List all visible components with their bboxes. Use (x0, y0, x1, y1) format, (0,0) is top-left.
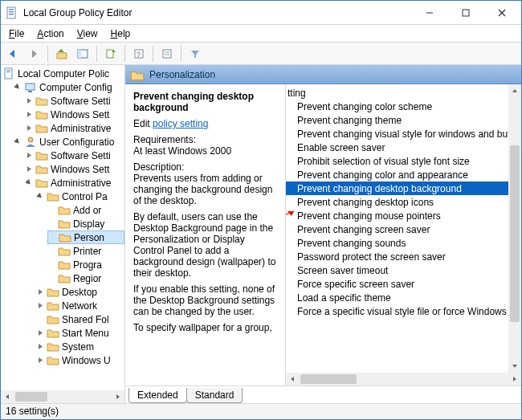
tree-item[interactable]: Printer (47, 244, 124, 258)
forward-button[interactable] (25, 45, 43, 63)
menu-file[interactable]: File (4, 27, 29, 41)
tree-item[interactable]: Software Setti (25, 94, 124, 108)
tree-item[interactable]: Windows U (36, 353, 124, 367)
setting-row[interactable]: Prevent changing color scheme (286, 100, 521, 113)
svg-rect-5 (463, 10, 469, 16)
expand-icon[interactable] (36, 342, 45, 351)
tree-item-personalization[interactable]: Person (47, 230, 124, 244)
setting-row[interactable]: tting (286, 86, 521, 100)
tree-item[interactable]: Administrative (25, 121, 124, 135)
scroll-left-icon[interactable] (1, 390, 14, 403)
menu-help[interactable]: Help (106, 27, 136, 41)
window-title: Local Group Policy Editor (23, 7, 411, 18)
svg-rect-11 (107, 50, 113, 58)
setting-row[interactable]: Prevent changing visual style for window… (286, 127, 521, 141)
list-v-scrollbar[interactable] (508, 84, 521, 373)
setting-row[interactable]: Prevent changing screen saver (286, 222, 521, 236)
menu-action[interactable]: Action (32, 27, 68, 41)
tree-h-scrollbar[interactable] (1, 390, 124, 403)
setting-row[interactable]: Force a specific visual style file or fo… (286, 304, 521, 318)
setting-row[interactable]: Prevent changing desktop icons (286, 195, 521, 209)
edit-policy-link[interactable]: policy setting (153, 118, 208, 129)
settings-list[interactable]: ttingPrevent changing color schemePreven… (286, 84, 521, 320)
tree-item[interactable]: Regior (47, 271, 124, 285)
title-bar: Local Group Policy Editor (1, 1, 521, 25)
collapse-icon[interactable] (14, 83, 22, 92)
svg-rect-10 (78, 50, 81, 58)
tree-label: Software Setti (51, 95, 111, 108)
expand-icon[interactable] (36, 301, 45, 310)
scroll-thumb[interactable] (510, 145, 520, 322)
maximize-button[interactable] (447, 2, 483, 24)
collapse-icon[interactable] (14, 137, 22, 146)
toolbar-separator (153, 46, 153, 62)
tree-item[interactable]: Administrative (25, 176, 124, 190)
tree-item[interactable]: Shared Fol (36, 312, 124, 326)
expand-icon[interactable] (25, 96, 34, 105)
tab-extended[interactable]: Extended (128, 388, 187, 403)
expand-icon[interactable] (25, 165, 34, 173)
scroll-up-icon[interactable] (508, 84, 521, 97)
tree-item[interactable]: Start Menu (36, 326, 124, 340)
expand-icon[interactable] (25, 124, 34, 133)
collapse-icon[interactable] (36, 192, 45, 201)
collapse-icon[interactable] (25, 178, 34, 187)
tree-control-panel[interactable]: Control Pa (36, 190, 124, 203)
up-button[interactable] (53, 45, 71, 63)
tree-root[interactable]: Local Computer Polic (2, 67, 124, 80)
tree-label: Progra (73, 259, 102, 271)
tree-item[interactable]: Add or (47, 203, 124, 217)
setting-row[interactable]: Load a specific theme (286, 291, 521, 304)
refresh-button[interactable]: ? (130, 45, 148, 63)
svg-rect-20 (26, 84, 35, 90)
scroll-left-icon[interactable] (286, 373, 299, 385)
tree-item[interactable]: Software Setti (25, 149, 124, 162)
expand-icon[interactable] (25, 151, 34, 160)
tree-item[interactable]: Display (47, 217, 124, 230)
tree-item[interactable]: Windows Sett (25, 162, 124, 176)
expand-icon[interactable] (36, 356, 45, 365)
setting-row[interactable]: Password protect the screen saver (286, 250, 521, 263)
setting-row[interactable]: Prevent changing theme (286, 113, 521, 127)
setting-row[interactable]: Prevent changing sounds (286, 236, 521, 250)
toolbar-separator (124, 46, 125, 62)
setting-row[interactable]: Prevent changing color and appearance (286, 168, 521, 181)
policy-tree[interactable]: Local Computer Polic Computer Config (1, 65, 124, 369)
tree-computer-config[interactable]: Computer Config (14, 80, 124, 94)
filter-button[interactable] (186, 45, 204, 63)
scroll-right-icon[interactable] (508, 373, 521, 385)
menu-view[interactable]: View (72, 27, 103, 41)
tree-item[interactable]: Windows Sett (25, 108, 124, 121)
scroll-down-icon[interactable] (508, 360, 521, 373)
setting-row[interactable]: Enable screen saver (286, 141, 521, 154)
expand-icon[interactable] (36, 287, 45, 296)
minimize-button[interactable] (411, 2, 447, 24)
tree-item[interactable]: Desktop (36, 285, 124, 299)
setting-row[interactable]: Prevent changing mouse pointers (286, 209, 521, 222)
tree-item[interactable]: Progra (47, 258, 124, 271)
scroll-thumb[interactable] (15, 392, 47, 402)
tree-item[interactable]: Network (36, 299, 124, 312)
tree-label: Computer Config (39, 81, 112, 94)
tree-user-config[interactable]: User Configuratio (14, 135, 124, 149)
tree-label: Desktop (62, 286, 97, 299)
export-button[interactable] (102, 45, 120, 63)
menu-file-label: ile (14, 28, 24, 39)
settings-list-pane: ttingPrevent changing color schemePreven… (286, 84, 521, 385)
setting-row[interactable]: Screen saver timeout (286, 263, 521, 277)
setting-row[interactable]: Prohibit selection of visual style font … (286, 154, 521, 168)
scroll-right-icon[interactable] (112, 390, 124, 403)
expand-icon[interactable] (25, 110, 34, 119)
close-button[interactable] (483, 2, 520, 24)
expand-icon[interactable] (36, 328, 45, 337)
show-hide-tree-button[interactable] (74, 45, 92, 63)
properties-button[interactable] (158, 45, 176, 63)
scroll-thumb[interactable] (300, 374, 357, 384)
setting-row[interactable]: Force specific screen saver (286, 277, 521, 291)
setting-row[interactable]: Prevent changing desktop background (286, 181, 521, 195)
tree-item[interactable]: System (36, 340, 124, 353)
tree-label: Printer (73, 245, 101, 258)
back-button[interactable] (4, 45, 22, 63)
list-h-scrollbar[interactable] (286, 373, 521, 385)
tab-standard[interactable]: Standard (186, 388, 243, 403)
